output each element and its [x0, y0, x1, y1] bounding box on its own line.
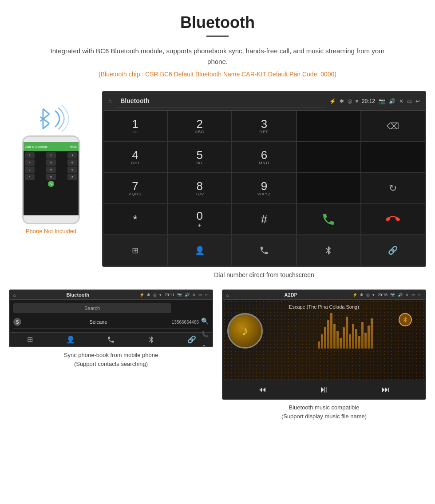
volume-icon: 🔊 — [389, 98, 395, 104]
pb-home-icon: ⌂ — [13, 293, 16, 298]
dial-call-green[interactable] — [297, 204, 361, 235]
phone-key-9[interactable]: 9 — [67, 167, 77, 173]
prev-track-button[interactable]: ⏮ — [258, 385, 266, 394]
call-green-icon — [321, 212, 336, 226]
phone-key-star[interactable]: * — [25, 174, 35, 180]
phone-call-button[interactable] — [48, 181, 54, 187]
pb-nav-contacts[interactable]: 👤 — [50, 335, 91, 344]
mu-home-icon: ⌂ — [226, 293, 229, 298]
bluetooth-svg — [33, 104, 73, 133]
dial-key-3[interactable]: 3 DEF — [232, 111, 296, 142]
pb-nav-dialpad[interactable]: ⊞ — [10, 335, 50, 344]
phone-key-3[interactable]: 3 — [67, 152, 77, 159]
phone-key-1[interactable]: 1 — [25, 152, 35, 159]
phone-not-included-label: Phone Not Included — [9, 228, 93, 234]
pb-search-icon[interactable]: 🔍 — [201, 317, 209, 325]
dial-caption: Dial number direct from touchscreen — [102, 271, 426, 278]
phonebook-content: Search S Seicane 13566664466 — [10, 300, 212, 332]
pb-time: 20:11 — [164, 293, 174, 297]
dial-delete[interactable]: ⌫ — [361, 111, 425, 142]
key-3-sub: DEF — [259, 130, 269, 134]
pb-loc-icon: ◎ — [153, 293, 157, 297]
phone-key-5[interactable]: 5 — [46, 159, 56, 166]
music-caption: Bluetooth music compatible (Support disp… — [222, 403, 426, 421]
phone-key-7[interactable]: 7 — [25, 167, 35, 173]
pb-nav-bluetooth[interactable] — [131, 335, 172, 344]
phone-dialpad-row-5 — [25, 181, 77, 187]
nav-phone[interactable] — [232, 235, 296, 266]
dialer-grid: 1 ⌂⌂ 2 ABC 3 DEF ⌫ 4 GHI — [103, 111, 425, 266]
dial-key-7[interactable]: 7 PQRS — [103, 173, 167, 204]
dial-key-4[interactable]: 4 GHI — [103, 142, 167, 173]
next-track-button[interactable]: ⏭ — [382, 385, 390, 394]
key-7-sub: PQRS — [129, 192, 142, 196]
pb-bt-icon: ✱ — [147, 293, 150, 297]
dial-key-8[interactable]: 8 TUV — [167, 173, 232, 204]
contact-row[interactable]: S Seicane 13566664466 — [13, 316, 199, 329]
dial-key-0[interactable]: 0 + — [167, 204, 232, 235]
dial-display-area — [297, 111, 361, 142]
dial-empty-3 — [297, 173, 361, 204]
key-2-sub: ABC — [195, 130, 205, 134]
call-red-icon — [386, 212, 400, 226]
play-pause-button[interactable]: ⏯ — [319, 384, 329, 395]
music-screenshot: ⌂ A2DP ⚡ ✱ ◎ ▾ 20:15 📷 🔊 ✕ ▭ ↩ Escape (T… — [222, 290, 426, 421]
bottom-screenshots: ⌂ Bluetooth ⚡ ✱ ◎ ▾ 20:11 📷 🔊 ✕ ▭ ↩ Sear… — [0, 290, 435, 421]
phone-key-hash[interactable]: # — [67, 174, 77, 180]
title-underline — [206, 36, 229, 37]
bluetooth-signal-graphic — [33, 104, 69, 131]
dial-key-9[interactable]: 9 WXYZ — [232, 173, 296, 204]
phone-bar-left: Add to Contacts — [25, 145, 47, 148]
pb-sync-icon[interactable]: ↻ — [201, 344, 209, 347]
contacts-icon: 👤 — [195, 246, 205, 255]
nav-link[interactable]: 🔗 — [361, 235, 425, 266]
dial-call-red[interactable] — [361, 204, 425, 235]
key-8-sub: TUV — [195, 192, 204, 196]
car-status-bar: ⌂ Bluetooth ⚡ ✱ ◎ ▾ 20:12 📷 🔊 ✕ ▭ ↩ — [103, 92, 425, 111]
page-title: Bluetooth — [9, 13, 426, 32]
phone-top-bar: Add to Contacts MOS — [24, 142, 79, 151]
dial-key-2[interactable]: 2 ABC — [167, 111, 232, 142]
reload-icon: ↻ — [389, 183, 397, 194]
phone-key-0[interactable]: 0 — [46, 174, 56, 180]
dial-key-6[interactable]: 6 MNO — [232, 142, 296, 173]
pb-call-icon[interactable]: 📞 — [201, 331, 209, 337]
music-screen-title: A2DP — [232, 292, 350, 298]
svg-line-1 — [43, 109, 49, 114]
phone-key-8[interactable]: 8 — [46, 167, 56, 173]
phone-key-6[interactable]: 6 — [67, 159, 77, 166]
pb-usb-icon: ⚡ — [139, 293, 144, 297]
main-content: Add to Contacts MOS 1 2 3 4 5 6 7 — [0, 91, 435, 285]
wifi-icon: ▾ — [356, 98, 358, 104]
phone-key-4[interactable]: 4 — [25, 159, 35, 166]
phonebook-bottom-nav: ⊞ 👤 🔗 — [10, 332, 212, 346]
phonebook-status-bar: ⌂ Bluetooth ⚡ ✱ ◎ ▾ 20:11 📷 🔊 ✕ ▭ ↩ — [10, 290, 212, 300]
phone-mockup: Add to Contacts MOS 1 2 3 4 5 6 7 — [22, 135, 80, 224]
phonebook-screen-title: Bluetooth — [19, 292, 137, 298]
music-content: Escape (The Pina Colada Song) ♪ — [223, 300, 425, 380]
phonebook-search-bar[interactable]: Search — [13, 303, 171, 313]
dial-key-5[interactable]: 5 JKL — [167, 142, 232, 173]
dial-key-hash[interactable]: # — [232, 204, 296, 235]
key-0-main: 0 — [197, 210, 203, 222]
album-art: ♪ — [227, 313, 263, 349]
phone-key-2[interactable]: 2 — [46, 152, 56, 159]
nav-contacts[interactable]: 👤 — [167, 235, 232, 266]
contact-name: Seicane — [25, 319, 172, 325]
delete-icon: ⌫ — [387, 121, 399, 131]
mu-cam-icon: 📷 — [390, 293, 395, 297]
pb-wifi-icon: ▾ — [159, 293, 162, 297]
pb-screen-icon: ▭ — [198, 293, 202, 297]
dial-reload[interactable]: ↻ — [361, 173, 425, 204]
dial-key-star[interactable]: * — [103, 204, 167, 235]
music-caption-line1: Bluetooth music compatible — [289, 404, 360, 411]
phone-dialpad-row-2: 4 5 6 — [25, 159, 77, 166]
nav-dialpad[interactable]: ⊞ — [103, 235, 167, 266]
dial-key-1[interactable]: 1 ⌂⌂ — [103, 111, 167, 142]
status-time: 20:12 — [362, 98, 375, 104]
nav-bluetooth[interactable] — [297, 235, 361, 266]
pb-nav-phone[interactable] — [91, 335, 131, 344]
screen-icon: ▭ — [407, 98, 412, 104]
mu-vol-icon: 🔊 — [398, 293, 403, 297]
mu-time: 20:15 — [377, 293, 388, 297]
